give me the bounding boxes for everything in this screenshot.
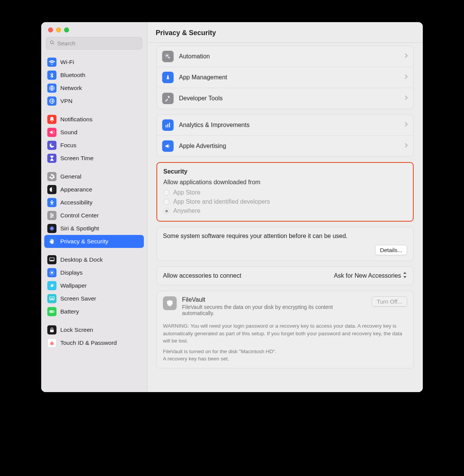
filevault-icon [163, 296, 177, 310]
hammer-icon [162, 93, 174, 104]
svg-line-20 [50, 271, 50, 271]
search-field[interactable] [46, 37, 142, 50]
page-title: Privacy & Security [147, 22, 423, 43]
sidebar-item-wi-fi[interactable]: Wi-Fi [44, 56, 144, 69]
wifi-icon [47, 58, 56, 67]
privacy-row-apple-advertising[interactable]: Apple Advertising [157, 135, 413, 156]
details-button[interactable]: Details... [375, 245, 407, 255]
lock-icon [47, 325, 56, 334]
window-controls [41, 22, 147, 35]
privacy-row-developer-tools[interactable]: Developer Tools [157, 88, 413, 109]
bell-icon [47, 115, 56, 124]
sidebar-item-label: Desktop & Dock [60, 256, 103, 263]
attention-text: Some system software requires your atten… [163, 233, 407, 240]
radio-app-store-and-identified-developers[interactable]: App Store and identified developers [163, 197, 407, 206]
filevault-desc: FileVault secures the data on your disk … [182, 304, 342, 316]
svg-line-22 [50, 274, 50, 274]
sidebar-item-label: Notifications [60, 116, 92, 123]
filevault-title: FileVault [182, 296, 366, 303]
filevault-card: FileVault FileVault secures the data on … [156, 291, 414, 368]
hourglass-icon [47, 154, 56, 163]
sidebar-item-lock-screen[interactable]: Lock Screen [44, 323, 144, 336]
sidebar-item-displays[interactable]: Displays [44, 266, 144, 279]
svg-point-24 [51, 285, 53, 287]
minimize-window-button[interactable] [56, 27, 61, 32]
filevault-warning: WARNING: You will need your login passwo… [157, 320, 413, 368]
sidebar-item-label: Control Center [60, 212, 99, 219]
sidebar-item-label: Displays [60, 269, 83, 276]
svg-point-5 [51, 200, 52, 201]
chart-icon [162, 119, 174, 131]
accessories-popup[interactable]: Ask for New Accessories [334, 272, 407, 280]
attention-card: Some system software requires your atten… [156, 227, 414, 261]
sidebar-item-label: Wallpaper [60, 282, 87, 289]
sidebar: Wi-FiBluetoothNetworkVPNNotificationsSou… [41, 22, 147, 392]
privacy-row-automation[interactable]: Automation [157, 46, 413, 67]
radio-label: App Store and identified developers [173, 198, 270, 205]
svg-rect-33 [168, 124, 168, 127]
radio-anywhere[interactable]: Anywhere [163, 206, 407, 215]
sidebar-item-screen-time[interactable]: Screen Time [44, 152, 144, 165]
sidebar-item-label: General [60, 173, 81, 180]
svg-rect-32 [166, 125, 166, 127]
privacy-group-2: Analytics & ImprovementsApple Advertisin… [156, 114, 414, 157]
chevron-right-icon [404, 74, 408, 81]
row-label: Developer Tools [179, 95, 399, 102]
access-icon [47, 198, 56, 207]
filevault-turnoff-button[interactable]: Turn Off... [372, 296, 407, 307]
sidebar-item-battery[interactable]: Battery [44, 305, 144, 318]
svg-line-23 [53, 271, 53, 271]
sidebar-item-siri-spotlight[interactable]: Siri & Spotlight [44, 222, 144, 235]
allow-apps-label: Allow applications downloaded from [157, 177, 413, 187]
finger-icon [47, 338, 56, 347]
sidebar-item-label: Appearance [60, 186, 92, 193]
privacy-row-analytics-improvements[interactable]: Analytics & Improvements [157, 115, 413, 135]
radio-app-store[interactable]: App Store [163, 188, 407, 197]
sidebar-item-vpn[interactable]: VPN [44, 95, 144, 108]
sidebar-item-screen-saver[interactable]: Screen Saver [44, 292, 144, 305]
radio-dot-icon [163, 199, 169, 205]
sidebar-item-label: Battery [60, 308, 79, 315]
sidebar-item-accessibility[interactable]: Accessibility [44, 196, 144, 209]
sidebar-item-desktop-dock[interactable]: Desktop & Dock [44, 253, 144, 266]
content-scroll: AutomationApp ManagementDeveloper Tools … [147, 43, 423, 392]
sidebar-item-label: Lock Screen [60, 326, 93, 333]
sidebar-item-appearance[interactable]: Appearance [44, 183, 144, 196]
zoom-window-button[interactable] [64, 27, 69, 32]
row-label: Apple Advertising [179, 143, 399, 150]
sidebar-item-notifications[interactable]: Notifications [44, 113, 144, 126]
main-panel: Privacy & Security AutomationApp Managem… [147, 22, 423, 392]
sidebar-item-label: Accessibility [60, 199, 92, 206]
sidebar-item-control-center[interactable]: Control Center [44, 209, 144, 222]
sidebar-item-label: Siri & Spotlight [60, 225, 99, 232]
privacy-group-1: AutomationApp ManagementDeveloper Tools [156, 46, 414, 109]
svg-point-0 [50, 41, 53, 44]
privacy-row-app-management[interactable]: App Management [157, 67, 413, 88]
system-settings-window: Wi-FiBluetoothNetworkVPNNotificationsSou… [41, 22, 423, 392]
sidebar-item-touch-id-password[interactable]: Touch ID & Password [44, 336, 144, 349]
wallpaper-icon [47, 281, 56, 290]
svg-rect-14 [50, 260, 53, 261]
close-window-button[interactable] [48, 27, 53, 32]
sidebar-item-wallpaper[interactable]: Wallpaper [44, 279, 144, 292]
row-label: Automation [179, 53, 399, 60]
radio-dot-icon [163, 208, 169, 214]
bluetooth-icon [47, 71, 56, 80]
sidebar-nav: Wi-FiBluetoothNetworkVPNNotificationsSou… [41, 53, 147, 392]
search-input[interactable] [57, 40, 139, 47]
sidebar-item-sound[interactable]: Sound [44, 126, 144, 139]
svg-point-10 [52, 215, 53, 216]
radio-label: App Store [173, 189, 200, 196]
gear-icon [47, 172, 56, 181]
row-label: Analytics & Improvements [179, 122, 399, 129]
updown-icon [403, 272, 407, 280]
sidebar-item-privacy-security[interactable]: Privacy & Security [44, 235, 144, 248]
sidebar-item-network[interactable]: Network [44, 82, 144, 95]
sidebar-item-label: Network [60, 85, 82, 92]
allow-apps-radio-group: App StoreApp Store and identified develo… [157, 187, 413, 221]
sidebar-item-focus[interactable]: Focus [44, 139, 144, 152]
sidebar-item-general[interactable]: General [44, 170, 144, 183]
dock-icon [47, 255, 56, 264]
sidebar-item-bluetooth[interactable]: Bluetooth [44, 69, 144, 82]
svg-point-11 [51, 217, 52, 218]
